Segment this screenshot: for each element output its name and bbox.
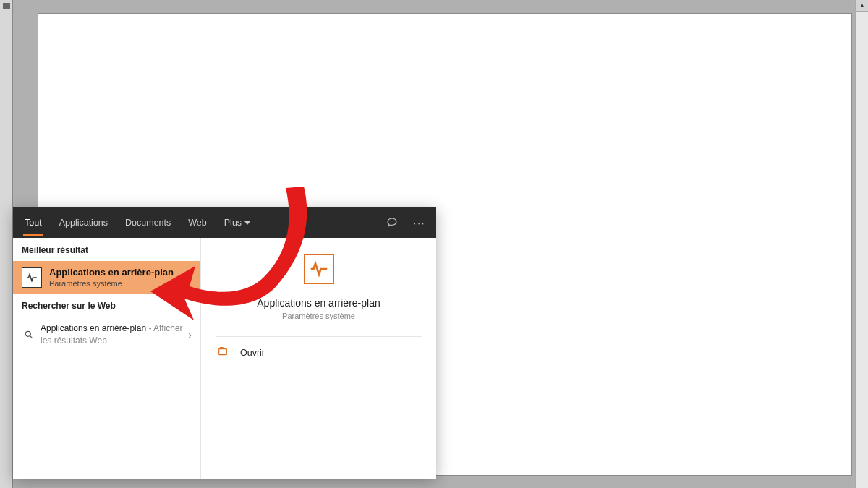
web-result-item[interactable]: Applications en arrière-plan - Afficher … <box>13 317 200 353</box>
web-result-text: Applications en arrière-plan - Afficher … <box>41 322 188 347</box>
vertical-scrollbar[interactable]: ▲ <box>855 0 868 488</box>
result-title: Applications en arrière-plan <box>49 267 174 278</box>
chevron-down-icon <box>244 221 250 225</box>
best-result-item[interactable]: Applications en arrière-plan Paramètres … <box>13 261 200 294</box>
tab-label: Web <box>188 218 206 228</box>
best-result-header: Meilleur résultat <box>13 238 200 261</box>
open-label: Ouvrir <box>240 348 265 358</box>
results-list: Meilleur résultat Applications en arrièr… <box>13 238 201 479</box>
result-detail-pane: Applications en arrière-plan Paramètres … <box>201 238 436 479</box>
search-tabs-bar: Tout Applications Documents Web Plus ··· <box>13 207 436 238</box>
tab-label: Plus <box>224 218 242 228</box>
toolbar-strip <box>0 0 13 488</box>
windows-search-panel: Tout Applications Documents Web Plus ···… <box>13 207 436 479</box>
tab-web[interactable]: Web <box>179 207 215 238</box>
tab-all[interactable]: Tout <box>16 207 51 238</box>
more-options-icon[interactable]: ··· <box>406 207 433 238</box>
tab-label: Tout <box>25 218 42 228</box>
search-icon <box>22 330 36 340</box>
feedback-icon[interactable] <box>378 207 406 238</box>
open-action[interactable]: Ouvrir <box>201 337 436 368</box>
open-icon <box>217 346 230 359</box>
result-subtitle: Paramètres système <box>49 279 174 288</box>
tab-more[interactable]: Plus <box>216 207 259 238</box>
tab-applications[interactable]: Applications <box>51 207 116 238</box>
detail-subtitle: Paramètres système <box>282 312 355 320</box>
svg-rect-1 <box>219 349 227 355</box>
activity-monitor-icon <box>22 267 42 288</box>
chevron-right-icon: › <box>188 329 192 341</box>
tab-label: Documents <box>125 218 171 228</box>
tab-documents[interactable]: Documents <box>116 207 179 238</box>
tab-label: Applications <box>59 218 108 228</box>
activity-monitor-icon <box>304 254 334 284</box>
detail-title: Applications en arrière-plan <box>257 297 380 309</box>
svg-point-0 <box>25 331 30 336</box>
tool-icon[interactable] <box>3 3 10 9</box>
web-results-header: Rechercher sur le Web <box>13 294 200 317</box>
scroll-up-icon[interactable]: ▲ <box>856 0 868 12</box>
